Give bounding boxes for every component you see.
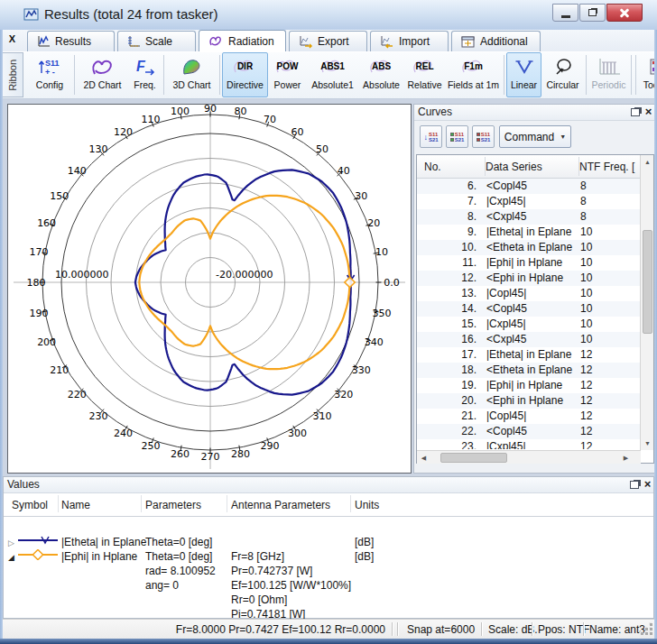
2d-chart-button[interactable]: 2D Chart: [77, 52, 128, 97]
button-label: Circular: [546, 79, 578, 90]
enable-sparams-button[interactable]: S11S21: [446, 125, 468, 148]
status-name: Name: ant3: [589, 623, 645, 636]
curves-table-row[interactable]: 23.|Cxpl45|12: [417, 439, 641, 449]
button-label: Directive: [227, 79, 264, 90]
column-units: Units: [355, 499, 379, 511]
series-symbol: [18, 535, 60, 549]
tab-additional[interactable]: Additional: [451, 31, 541, 51]
disable-sparams-button[interactable]: S11S21: [472, 125, 495, 148]
curves-table-row[interactable]: 18.<Etheta in Eplane12: [417, 363, 641, 378]
tab-scale[interactable]: Scale: [117, 31, 196, 51]
3d-chart-button[interactable]: 3D Chart: [166, 52, 217, 97]
tab-results[interactable]: Results: [27, 31, 115, 51]
power-button[interactable]: POWPower: [268, 52, 307, 97]
curves-table-row[interactable]: 19.|Ephi| in Hplane12: [417, 378, 641, 393]
tab-export[interactable]: Export: [289, 31, 367, 51]
float-panel-icon[interactable]: [630, 481, 639, 489]
tab-label: Additional: [480, 35, 528, 48]
vertical-scrollbar[interactable]: ▲ ▼: [640, 155, 653, 450]
freq-button[interactable]: FFreq.: [128, 52, 162, 97]
curves-table-row[interactable]: 16.<Cxpl4510: [417, 332, 641, 347]
scroll-right-icon[interactable]: ▶: [619, 451, 633, 465]
svg-text:S11: S11: [45, 59, 60, 68]
results-icon: [36, 35, 51, 49]
curves-table-row[interactable]: 13.|Copl45|10: [417, 286, 641, 301]
antenna-loop-icon: DIR: [223, 55, 267, 78]
float-panel-icon[interactable]: [631, 108, 640, 116]
button-label: Fields at 1m: [448, 79, 499, 90]
curves-table-row[interactable]: 14.<Copl4510: [417, 301, 641, 317]
curves-rows: 6.<Copl4587.|Cxpl45|88.<Cxpl4589.|Etheta…: [417, 179, 641, 449]
column-symbol: Symbol: [12, 499, 48, 511]
series-parameters: Theta=0 [deg]rad= 8.100952ang= 0: [145, 549, 230, 593]
curves-table-row[interactable]: 9.|Etheta| in Eplane10: [417, 225, 641, 240]
scroll-left-icon[interactable]: ◀: [417, 451, 430, 465]
angle-label: 190: [29, 308, 48, 319]
plot-sparams-button[interactable]: ↓ S11S21: [420, 125, 442, 148]
window-border-bottom: [0, 639, 657, 644]
close-panel-icon[interactable]: ×: [644, 106, 652, 116]
curves-table-row[interactable]: 12.<Ephi in Hplane10: [417, 271, 641, 286]
column-ntf-freq: NTF Freq. [: [579, 161, 634, 173]
periodic-button[interactable]: Periodic: [588, 52, 629, 97]
directive-button[interactable]: DIRDirective: [222, 52, 268, 97]
tab-radiation[interactable]: Radiation: [199, 30, 286, 51]
scroll-down-icon[interactable]: ▼: [641, 437, 654, 450]
horizontal-scrollbar[interactable]: ◀ ▶: [417, 450, 641, 464]
curves-table-row[interactable]: 17.|Etheta| in Eplane12: [417, 347, 641, 363]
curves-panel-titlebar[interactable]: Curves ×: [414, 105, 654, 121]
tab-import[interactable]: Import: [370, 31, 449, 51]
curves-table-row[interactable]: 8.<Cxpl458: [417, 209, 641, 225]
series-parameters: Theta=0 [deg]: [145, 535, 230, 549]
circular-button[interactable]: Circular: [541, 52, 584, 97]
angle-label: 170: [29, 246, 48, 258]
series-name[interactable]: |Ephi| in Hplane: [61, 549, 144, 564]
linear-button[interactable]: Linear: [506, 52, 541, 97]
curves-table-row[interactable]: 7.|Cxpl45|8: [417, 194, 641, 209]
ribbon-close-button[interactable]: X: [5, 32, 19, 46]
curves-table-row[interactable]: 22.<Copl4512: [417, 424, 641, 439]
close-button[interactable]: [606, 4, 643, 22]
curves-table-row[interactable]: 20.<Ephi in Hplane12: [417, 393, 641, 409]
curves-table-row[interactable]: 11.|Ephi| in Hplane10: [417, 255, 641, 271]
column-no: No.: [424, 161, 441, 173]
angle-label: 140: [68, 165, 87, 177]
curves-table-header[interactable]: No. Data Series NTF Freq. [: [417, 155, 641, 179]
button-label: Power: [274, 79, 301, 90]
title-bar[interactable]: Results (total 24 from tasker): [0, 0, 657, 30]
absolute-button[interactable]: ABSAbsolute: [358, 52, 404, 97]
minimize-button[interactable]: [552, 4, 578, 22]
command-dropdown[interactable]: Command ▼: [499, 125, 571, 148]
chart3d-icon: [167, 55, 217, 78]
hscroll-thumb[interactable]: [440, 453, 507, 463]
scroll-up-icon[interactable]: ▲: [641, 155, 654, 169]
angle-label: 160: [37, 217, 56, 229]
curves-table-row[interactable]: 21.|Copl45|12: [417, 409, 641, 424]
column-name: Name: [61, 499, 90, 511]
curves-table-row[interactable]: 15.|Cxpl45|10: [417, 317, 641, 332]
restore-button[interactable]: [579, 4, 606, 22]
curves-table: No. Data Series NTF Freq. [ 6.<Copl4587.…: [416, 154, 654, 464]
angle-label: 230: [88, 410, 107, 422]
series-name[interactable]: |Etheta| in Eplane: [61, 535, 144, 549]
ribbon-side-label: Ribbon: [7, 60, 18, 91]
radiation-polar-chart[interactable]: 0.01020304050607080901001101201301401501…: [8, 105, 411, 473]
angle-label: 40: [338, 165, 350, 177]
ribbon-side-tab[interactable]: Ribbon: [2, 52, 23, 97]
absolute1-button[interactable]: ABS1Absolute1: [307, 52, 358, 97]
window-title: Results (total 24 from tasker): [44, 6, 218, 22]
values-panel-title: Values: [7, 478, 40, 491]
curves-table-row[interactable]: 6.<Copl458: [417, 179, 641, 194]
series-units: [dB]: [355, 535, 391, 549]
curves-table-row[interactable]: 10.<Etheta in Eplane10: [417, 240, 641, 255]
config-button[interactable]: S11+ -Config: [27, 52, 72, 97]
values-panel-titlebar[interactable]: Values ×: [4, 477, 653, 493]
ribbon-buttons: S11+ -Config2D ChartFFreq.3D ChartDIRDir…: [27, 52, 657, 97]
fields-at-1m-button[interactable]: F1mFields at 1m: [445, 52, 502, 97]
close-panel-icon[interactable]: ×: [643, 479, 651, 489]
relative-button[interactable]: RELRelative: [404, 52, 445, 97]
vscroll-thumb[interactable]: [643, 230, 652, 334]
radiation-chart-panel[interactable]: 0.01020304050607080901001101201301401501…: [7, 104, 412, 474]
column-antenna-parameters: Antenna Parameters: [231, 499, 330, 511]
resize-grip[interactable]: [641, 623, 652, 635]
